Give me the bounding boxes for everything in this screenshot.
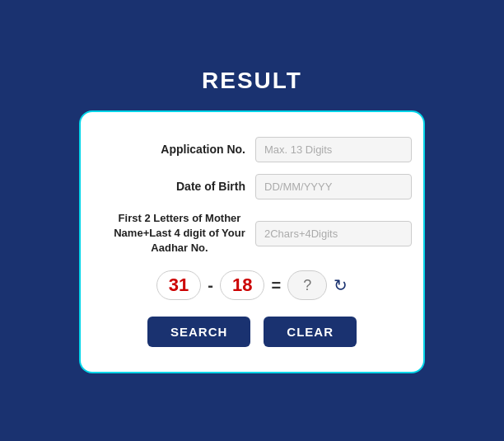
mother-aadhar-input[interactable] bbox=[255, 221, 412, 246]
dob-row: Date of Birth bbox=[114, 174, 390, 199]
captcha-num2: 18 bbox=[220, 270, 264, 300]
page-title: RESULT bbox=[202, 68, 302, 94]
captcha-operator: - bbox=[208, 276, 213, 295]
button-row: SEARCH CLEAR bbox=[147, 317, 357, 347]
dob-label: Date of Birth bbox=[114, 180, 245, 193]
application-no-input[interactable] bbox=[255, 137, 412, 162]
captcha-refresh-icon[interactable]: ↻ bbox=[334, 275, 348, 295]
captcha-equals: = bbox=[271, 276, 281, 295]
captcha-row: 31 - 18 = ↻ bbox=[156, 270, 348, 300]
dob-input[interactable] bbox=[255, 174, 412, 199]
application-no-row: Application No. bbox=[114, 137, 390, 162]
mother-aadhar-label: First 2 Letters of Mother Name+Last 4 di… bbox=[114, 211, 245, 256]
captcha-answer-input[interactable] bbox=[287, 270, 327, 300]
mother-aadhar-row: First 2 Letters of Mother Name+Last 4 di… bbox=[114, 211, 390, 256]
application-no-label: Application No. bbox=[114, 143, 245, 156]
captcha-num1: 31 bbox=[156, 270, 201, 300]
clear-button[interactable]: CLEAR bbox=[264, 317, 357, 347]
result-card: Application No. Date of Birth First 2 Le… bbox=[79, 110, 425, 374]
search-button[interactable]: SEARCH bbox=[147, 317, 250, 347]
